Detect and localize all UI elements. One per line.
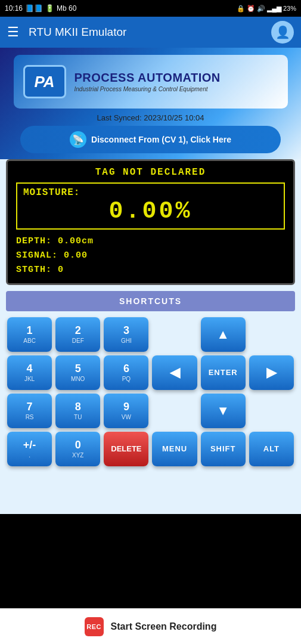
key-shift-label: SHIFT — [210, 444, 236, 454]
keypad-empty-4 — [249, 394, 294, 428]
lcd-stgth: STGTH: 0 — [16, 263, 285, 277]
status-left: 10:16 📘📘 🔋 Mb 60 — [5, 4, 76, 13]
key-8-main: 8 — [75, 401, 81, 414]
key-9-vw[interactable]: 9 VW — [104, 394, 148, 428]
lcd-moisture-value: 0.00% — [23, 198, 278, 225]
status-bar: 10:16 📘📘 🔋 Mb 60 🔒 ⏰ 🔊 ▂▄▆ 23% — [0, 0, 301, 17]
key-shift[interactable]: SHIFT — [201, 432, 246, 466]
key-menu-label: MENU — [162, 444, 187, 454]
screen-recording-label: Start Screen Recording — [111, 621, 217, 632]
lcd-depth: DEPTH: 0.00cm — [16, 234, 285, 249]
alarm-icon: ⏰ — [247, 5, 255, 13]
lcd-moisture-box: MOISTURE: 0.00% — [16, 182, 285, 230]
hamburger-menu-icon[interactable]: ☰ — [7, 24, 19, 40]
main-content: TAG NOT DECLARED MOISTURE: 0.00% DEPTH: … — [0, 159, 301, 514]
logo-initials: PA — [23, 65, 66, 98]
key-1-sub: ABC — [23, 338, 36, 345]
key-3-ghi[interactable]: 3 GHI — [104, 317, 148, 352]
key-3-sub: GHI — [121, 338, 132, 345]
status-fb: 🔋 — [45, 4, 54, 13]
key-2-def[interactable]: 2 DEF — [55, 317, 100, 352]
key-8-sub: TU — [74, 414, 82, 421]
key-down-arrow[interactable]: ▼ — [201, 394, 246, 428]
key-6-pq[interactable]: 6 PQ — [104, 355, 148, 390]
down-arrow-icon: ▼ — [216, 403, 229, 419]
banner-area: PA PROCESS AUTOMATION Industrial Process… — [0, 48, 301, 159]
app-bar: ☰ RTU MKII Emulator 👤 — [0, 17, 301, 48]
key-alt[interactable]: ALT — [249, 432, 294, 466]
key-2-main: 2 — [75, 324, 81, 338]
key-5-mno[interactable]: 5 MNO — [55, 355, 100, 390]
key-5-main: 5 — [75, 363, 81, 376]
key-right-arrow[interactable]: ▶ — [249, 355, 294, 390]
lcd-display: TAG NOT DECLARED MOISTURE: 0.00% DEPTH: … — [6, 159, 295, 285]
lcd-moisture-label: MOISTURE: — [23, 187, 278, 198]
key-3-main: 3 — [123, 324, 129, 338]
key-plusminus-main: +/- — [23, 439, 36, 452]
logo-box: PA PROCESS AUTOMATION Industrial Process… — [14, 55, 288, 109]
key-4-jkl[interactable]: 4 JKL — [7, 355, 52, 390]
key-6-main: 6 — [123, 363, 129, 376]
status-icons: 📘📘 — [25, 4, 43, 13]
key-alt-label: ALT — [263, 444, 280, 454]
signal-bars: ▂▄▆ — [267, 5, 281, 13]
status-right: 🔒 ⏰ 🔊 ▂▄▆ 23% — [237, 5, 296, 13]
key-1-main: 1 — [27, 324, 33, 338]
key-7-sub: RS — [26, 414, 34, 421]
key-enter[interactable]: ENTER — [201, 355, 246, 390]
key-2-sub: DEF — [72, 338, 84, 345]
disconnect-label: Disconnect From (CV 1), Click Here — [91, 135, 231, 144]
keypad: 1 ABC 2 DEF 3 GHI ▲ 4 JKL 5 MNO 6 PQ — [6, 317, 295, 466]
key-7-main: 7 — [27, 401, 33, 414]
battery-percent: 23% — [283, 5, 296, 12]
keypad-empty-2 — [249, 317, 294, 352]
left-arrow-icon: ◀ — [170, 365, 180, 380]
key-0-xyz[interactable]: 0 XYZ — [55, 432, 100, 466]
logo-text: PROCESS AUTOMATION Industrial Process Me… — [75, 71, 278, 92]
key-8-tu[interactable]: 8 TU — [55, 394, 100, 428]
key-6-sub: PQ — [122, 376, 131, 383]
key-1-abc[interactable]: 1 ABC — [7, 317, 52, 352]
keypad-empty-3 — [152, 394, 197, 428]
enter-label: ENTER — [209, 368, 238, 377]
lcd-signal: SIGNAL: 0.00 — [16, 249, 285, 263]
up-arrow-icon: ▲ — [216, 327, 229, 342]
battery-lock-icon: 🔒 — [237, 5, 245, 13]
screen-recording-bar[interactable]: REC Start Screen Recording — [0, 608, 301, 644]
key-up-arrow[interactable]: ▲ — [201, 317, 246, 352]
key-4-main: 4 — [27, 363, 33, 376]
key-plusminus-sub: . — [29, 452, 30, 459]
key-5-sub: MNO — [71, 376, 85, 383]
key-left-arrow[interactable]: ◀ — [152, 355, 197, 390]
right-arrow-icon: ▶ — [266, 365, 277, 380]
key-0-main: 0 — [75, 439, 81, 452]
key-9-main: 9 — [123, 401, 129, 414]
key-delete-main: DELETE — [111, 444, 141, 454]
key-menu[interactable]: MENU — [152, 432, 197, 466]
key-delete[interactable]: DELETE — [104, 432, 148, 466]
key-0-sub: XYZ — [72, 452, 83, 459]
keypad-empty-1 — [152, 317, 197, 352]
account-icon[interactable]: 👤 — [271, 21, 294, 44]
bottom-spacer — [6, 466, 295, 508]
lcd-stats: DEPTH: 0.00cm SIGNAL: 0.00 STGTH: 0 — [16, 234, 285, 277]
last-synced-label: Last Synced: 2023/10/25 10:04 — [6, 113, 295, 122]
key-9-sub: VW — [122, 414, 131, 421]
shortcuts-bar: SHORTCUTS — [6, 291, 295, 311]
key-7-rs[interactable]: 7 RS — [7, 394, 52, 428]
key-4-sub: JKL — [24, 376, 35, 383]
company-subtitle: Industrial Process Measuring & Control E… — [75, 86, 278, 92]
company-name: PROCESS AUTOMATION — [75, 71, 278, 85]
status-signal-icons: Mb 60 — [57, 4, 76, 13]
app-title: RTU MKII Emulator — [29, 26, 262, 39]
shortcuts-label: SHORTCUTS — [119, 296, 182, 306]
rec-icon: REC — [85, 617, 104, 636]
volume-icon: 🔊 — [257, 5, 265, 13]
wifi-icon: 📡 — [70, 131, 86, 148]
key-plusminus[interactable]: +/- . — [7, 432, 52, 466]
status-time: 10:16 — [5, 4, 23, 13]
lcd-tag: TAG NOT DECLARED — [16, 167, 285, 178]
disconnect-button[interactable]: 📡 Disconnect From (CV 1), Click Here — [20, 126, 281, 153]
